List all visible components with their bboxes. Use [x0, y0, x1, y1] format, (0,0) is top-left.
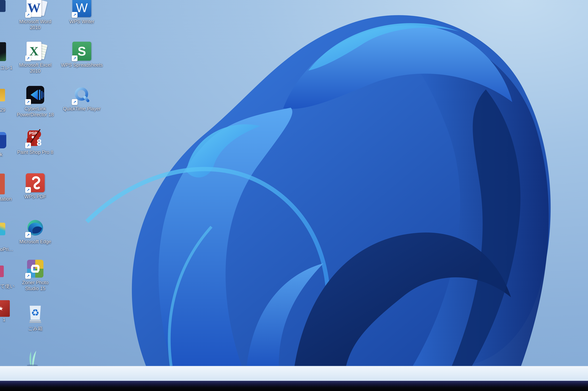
- recycle-bin-icon: ♻: [26, 305, 45, 324]
- desktop-icon-recycle-bin[interactable]: ♻ ごみ箱: [14, 305, 57, 332]
- cut-icon-cylinder[interactable]: [0, 132, 6, 148]
- shortcut-arrow-icon: ↗: [25, 143, 31, 148]
- zoner-icon: ↗: [26, 259, 45, 278]
- icon-label: ごみ箱: [14, 326, 57, 332]
- desktop-icon-cyberlink-powerdirector[interactable]: ↗ CyberLinkPowerDirector 18: [14, 85, 57, 118]
- wps-pdf-icon: ↗: [26, 173, 45, 192]
- icon-label: WPS Writer: [60, 19, 103, 25]
- cut-icon-kore-label: コレ1: [0, 65, 29, 71]
- monitor-bezel: [0, 381, 588, 391]
- icon-label: CyberLinkPowerDirector 18: [14, 106, 57, 118]
- cut-icon-brush[interactable]: [0, 223, 5, 235]
- recycle-glyph: ♻: [31, 307, 39, 318]
- powerdirector-icon: ↗: [26, 85, 45, 104]
- edge-icon: ↗: [26, 218, 45, 237]
- cut-icon-magenta-label: て使い: [0, 283, 19, 289]
- icon-label: WPS Spreadsheets: [60, 62, 103, 68]
- shortcut-arrow-icon: ↗: [25, 12, 31, 18]
- cut-icon-star[interactable]: ★: [0, 300, 10, 317]
- shortcut-arrow-icon: ↗: [25, 99, 31, 105]
- icon-label: Zoner PhotoStudio 15: [14, 280, 57, 292]
- svg-text:PSP: PSP: [29, 131, 37, 136]
- cut-icon-cylinder-label: k: [0, 152, 9, 157]
- desktop-icon-wps-writer[interactable]: W ↗ WPS Writer: [60, 0, 103, 25]
- desktop-icon-wps-pdf[interactable]: ↗ WPS PDF: [14, 173, 57, 200]
- wps-writer-icon: W ↗: [72, 0, 91, 17]
- icon-label: WPS PDF: [14, 194, 57, 200]
- monitor-photo: W ↗ Microsoft Word2010 X ↗ Microsoft Exc…: [0, 0, 588, 391]
- cut-icon-red-label: tation: [0, 196, 16, 202]
- sprout-icon[interactable]: [27, 349, 38, 366]
- shortcut-arrow-icon: ↗: [72, 12, 77, 18]
- excel-icon: X ↗: [26, 42, 45, 61]
- desktop-icon-microsoft-word-2010[interactable]: W ↗ Microsoft Word2010: [14, 0, 57, 30]
- cut-icon-folder[interactable]: [0, 89, 5, 101]
- shortcut-arrow-icon: ↗: [72, 99, 77, 105]
- icon-label: QuickTime Player: [60, 106, 103, 112]
- quicktime-icon: ↗: [72, 85, 91, 104]
- taskbar: 証株価指数 13% 検索: [0, 366, 588, 381]
- shortcut-arrow-icon: ↗: [25, 187, 31, 193]
- paint-shop-pro-icon: PSP 8 ↗: [26, 129, 45, 148]
- cut-icon-brush-label: oPri…: [0, 247, 15, 252]
- desktop-icon-quicktime-player[interactable]: ↗ QuickTime Player: [60, 85, 103, 112]
- cut-icon-red[interactable]: [0, 174, 5, 194]
- cut-icon-folder-label: 29: [0, 107, 11, 113]
- shortcut-arrow-icon: ↗: [25, 273, 31, 279]
- cut-icon-kore[interactable]: [0, 42, 6, 61]
- svg-text:8: 8: [37, 138, 42, 147]
- cut-icon-star-label: 1: [3, 317, 11, 322]
- icon-label: Paint Shop Pro 8: [14, 149, 57, 155]
- cut-icon-dark[interactable]: [0, 0, 5, 12]
- shortcut-arrow-icon: ↗: [25, 232, 31, 238]
- desktop[interactable]: W ↗ Microsoft Word2010 X ↗ Microsoft Exc…: [0, 0, 588, 366]
- desktop-icon-paint-shop-pro-8[interactable]: PSP 8 ↗ Paint Shop Pro 8: [14, 129, 57, 155]
- shortcut-arrow-icon: ↗: [72, 55, 77, 61]
- wps-spreadsheets-icon: S ↗: [72, 42, 91, 61]
- shortcut-arrow-icon: ↗: [25, 55, 31, 61]
- cut-icon-magenta[interactable]: [0, 266, 4, 277]
- desktop-icon-zoner-photo-studio[interactable]: ↗ Zoner PhotoStudio 15: [14, 259, 57, 292]
- icon-label: Microsoft Edge: [14, 239, 57, 245]
- desktop-icon-microsoft-edge[interactable]: ↗ Microsoft Edge: [14, 218, 57, 245]
- desktop-icon-wps-spreadsheets[interactable]: S ↗ WPS Spreadsheets: [60, 42, 103, 68]
- icon-label: Microsoft Word2010: [14, 19, 57, 30]
- word-icon: W ↗: [26, 0, 45, 17]
- star-glyph: ★: [0, 305, 3, 312]
